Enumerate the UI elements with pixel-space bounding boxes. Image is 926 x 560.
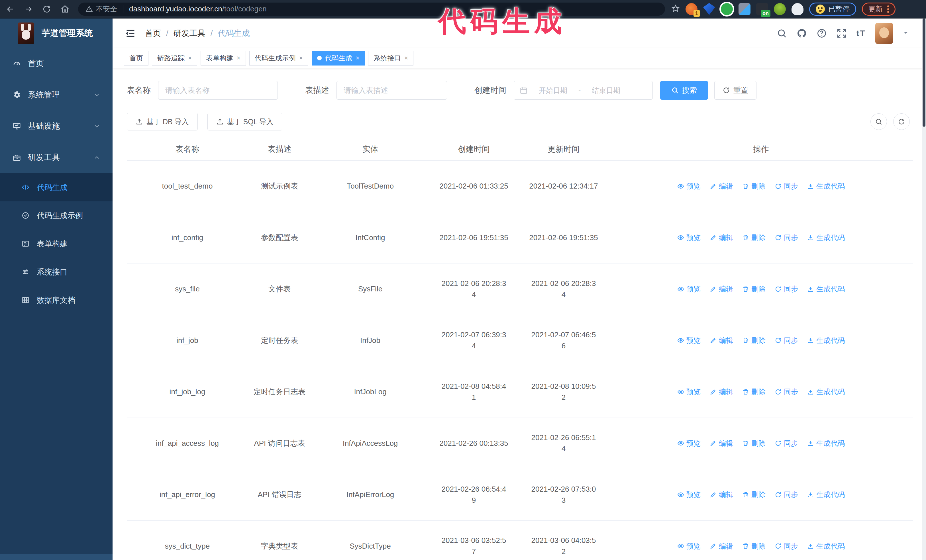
preview-action-link[interactable]: 预览 — [677, 489, 701, 500]
search-button[interactable]: 搜索 — [660, 81, 708, 100]
table-desc-input[interactable] — [336, 81, 447, 100]
close-tab-icon[interactable]: × — [356, 55, 360, 61]
generate-code-action-link[interactable]: 生成代码 — [807, 541, 845, 552]
table-row[interactable]: inf_api_access_log API 访问日志表 InfApiAcces… — [127, 418, 913, 469]
sync-action-link[interactable]: 同步 — [775, 489, 798, 500]
delete-action-link[interactable]: 删除 — [742, 489, 766, 500]
table-row[interactable]: inf_job_log 定时任务日志表 InfJobLog 2021-02-08… — [127, 366, 913, 418]
edit-action-link[interactable]: 编辑 — [710, 335, 733, 346]
sync-action-link[interactable]: 同步 — [775, 181, 798, 192]
refresh-table-button[interactable] — [893, 113, 910, 130]
sync-action-link[interactable]: 同步 — [775, 541, 798, 552]
search-icon[interactable] — [777, 28, 787, 38]
end-date-input[interactable] — [585, 86, 627, 95]
tab-代码生成示例[interactable]: 代码生成示例× — [249, 51, 308, 65]
help-icon[interactable] — [817, 28, 827, 38]
edit-action-link[interactable]: 编辑 — [710, 181, 733, 192]
edit-action-link[interactable]: 编辑 — [710, 386, 733, 397]
edit-action-link[interactable]: 编辑 — [710, 232, 733, 243]
generate-code-action-link[interactable]: 生成代码 — [807, 335, 845, 346]
delete-action-link[interactable]: 删除 — [742, 541, 766, 552]
sidebar-subitem-system-api[interactable]: 系统接口 — [0, 258, 112, 286]
table-row[interactable]: sys_file 文件表 SysFile 2021-02-06 20:28:3 … — [127, 264, 913, 315]
browser-forward-button[interactable] — [21, 2, 36, 16]
security-warning[interactable]: 不安全 — [85, 4, 117, 14]
table-row[interactable]: inf_config 参数配置表 InfConfig 2021-02-06 19… — [127, 212, 913, 264]
sync-action-link[interactable]: 同步 — [775, 335, 798, 346]
table-row[interactable]: sys_dict_type 字典类型表 SysDictType 2021-03-… — [127, 521, 913, 560]
generate-code-action-link[interactable]: 生成代码 — [807, 232, 845, 243]
sidebar-item-infra[interactable]: 基础设施 — [0, 110, 112, 142]
browser-home-button[interactable] — [57, 2, 73, 16]
generate-code-action-link[interactable]: 生成代码 — [807, 181, 845, 192]
delete-action-link[interactable]: 删除 — [742, 284, 766, 294]
table-row[interactable]: tool_test_demo 测试示例表 ToolTestDemo 2021-0… — [127, 161, 913, 212]
table-row[interactable]: inf_job 定时任务表 InfJob 2021-02-07 06:39:3 … — [127, 315, 913, 366]
sidebar-item-devtools[interactable]: 研发工具 — [0, 142, 112, 173]
breadcrumb-devtools[interactable]: 研发工具 — [174, 28, 206, 39]
preview-action-link[interactable]: 预览 — [677, 438, 701, 449]
preview-action-link[interactable]: 预览 — [677, 541, 701, 552]
delete-action-link[interactable]: 删除 — [742, 181, 766, 192]
tab-表单构建[interactable]: 表单构建× — [201, 51, 246, 65]
preview-action-link[interactable]: 预览 — [677, 284, 701, 294]
extension-icon-3[interactable] — [721, 3, 733, 15]
preview-action-link[interactable]: 预览 — [677, 386, 701, 397]
close-tab-icon[interactable]: × — [188, 55, 192, 61]
extension-icon-4[interactable] — [738, 3, 750, 15]
github-icon[interactable] — [797, 28, 807, 38]
extension-icon-1[interactable]: 1 — [685, 3, 698, 15]
page-scrollbar[interactable] — [922, 18, 926, 560]
close-tab-icon[interactable]: × — [404, 55, 408, 61]
reset-button[interactable]: 重置 — [714, 81, 757, 100]
browser-reload-button[interactable] — [39, 2, 55, 16]
preview-action-link[interactable]: 预览 — [677, 232, 701, 243]
tab-系统接口[interactable]: 系统接口× — [368, 51, 413, 65]
sidebar-subitem-form-builder[interactable]: 表单构建 — [0, 229, 112, 258]
close-tab-icon[interactable]: × — [237, 55, 241, 61]
browser-back-button[interactable] — [2, 2, 18, 16]
bookmark-star-icon[interactable] — [671, 4, 680, 14]
sync-action-link[interactable]: 同步 — [775, 232, 798, 243]
generate-code-action-link[interactable]: 生成代码 — [807, 386, 845, 397]
toggle-search-button[interactable] — [870, 113, 887, 130]
start-date-input[interactable] — [532, 86, 574, 95]
address-bar[interactable]: 不安全 dashboard.yudao.iocoder.cn/tool/code… — [78, 3, 665, 16]
extension-icon-2[interactable] — [703, 3, 715, 15]
date-range-picker[interactable]: - — [514, 81, 653, 100]
font-size-icon[interactable]: tT — [856, 29, 865, 38]
extension-icon-6[interactable] — [774, 3, 786, 15]
avatar-dropdown-caret-icon[interactable] — [903, 30, 909, 37]
preview-action-link[interactable]: 预览 — [677, 335, 701, 346]
tab-代码生成[interactable]: 代码生成× — [312, 51, 365, 65]
table-row[interactable]: inf_api_error_log API 错误日志 InfApiErrorLo… — [127, 469, 913, 521]
generate-code-action-link[interactable]: 生成代码 — [807, 489, 845, 500]
edit-action-link[interactable]: 编辑 — [710, 438, 733, 449]
scrollbar-thumb[interactable] — [923, 18, 925, 127]
tab-首页[interactable]: 首页 — [124, 51, 148, 65]
generate-code-action-link[interactable]: 生成代码 — [807, 284, 845, 294]
fullscreen-icon[interactable] — [837, 28, 847, 38]
delete-action-link[interactable]: 删除 — [742, 335, 766, 346]
edit-action-link[interactable]: 编辑 — [710, 489, 733, 500]
tab-链路追踪[interactable]: 链路追踪× — [152, 51, 197, 65]
close-tab-icon[interactable]: × — [299, 55, 303, 61]
edit-action-link[interactable]: 编辑 — [710, 284, 733, 294]
delete-action-link[interactable]: 删除 — [742, 232, 766, 243]
sidebar-logo-row[interactable]: 芋道管理系统 — [0, 18, 112, 48]
sidebar-subitem-codegen[interactable]: 代码生成 — [0, 173, 112, 201]
sidebar-subitem-db-doc[interactable]: 数据库文档 — [0, 286, 112, 314]
sync-action-link[interactable]: 同步 — [775, 284, 798, 294]
sidebar-item-home[interactable]: 首页 — [0, 48, 112, 79]
extension-icon-7[interactable] — [791, 3, 803, 15]
sync-action-link[interactable]: 同步 — [775, 438, 798, 449]
extension-icon-5[interactable]: on — [756, 3, 768, 15]
browser-update-button[interactable]: 更新 — [862, 3, 896, 16]
import-sql-button[interactable]: 基于 SQL 导入 — [207, 113, 282, 130]
delete-action-link[interactable]: 删除 — [742, 438, 766, 449]
import-db-button[interactable]: 基于 DB 导入 — [127, 113, 198, 130]
breadcrumb-home[interactable]: 首页 — [145, 28, 161, 39]
sidebar-item-system[interactable]: 系统管理 — [0, 79, 112, 110]
generate-code-action-link[interactable]: 生成代码 — [807, 438, 845, 449]
edit-action-link[interactable]: 编辑 — [710, 541, 733, 552]
